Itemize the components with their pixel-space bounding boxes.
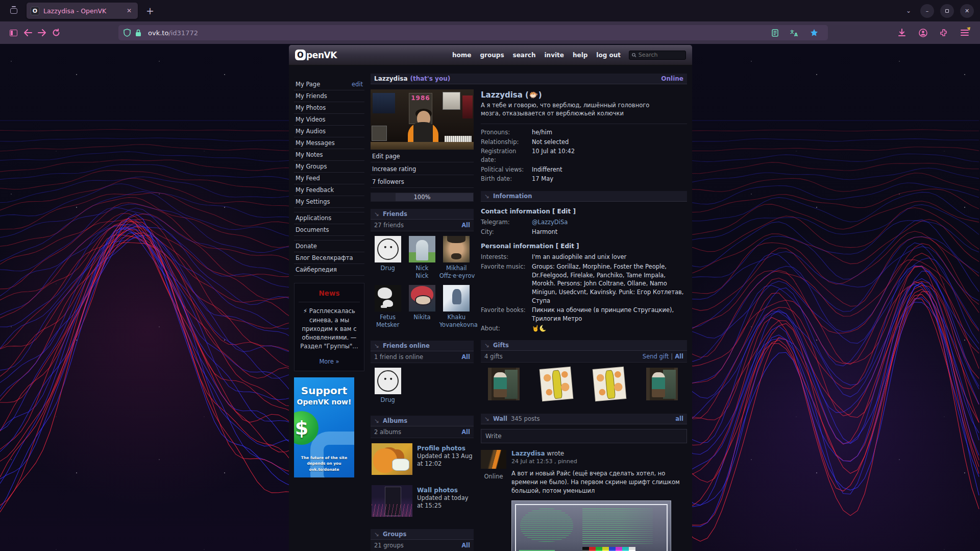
friend-avatar[interactable]	[375, 368, 401, 394]
friend-avatar[interactable]	[375, 285, 401, 312]
menu-icon[interactable]	[958, 26, 972, 40]
sidebar-item[interactable]: My Photos	[294, 102, 364, 114]
collapse-arrow-icon[interactable]: ↘	[484, 193, 489, 200]
news-more-link[interactable]: More »	[299, 357, 360, 366]
nav-groups[interactable]: groups	[480, 52, 504, 59]
collapse-arrow-icon[interactable]: ↘	[484, 415, 489, 422]
collapse-arrow-icon[interactable]: ↘	[374, 342, 379, 349]
albums-all-link[interactable]: All	[461, 428, 470, 436]
post-date[interactable]: 24 Jul at 12:53 , pinned	[511, 458, 687, 465]
friend-avatar[interactable]	[409, 236, 435, 262]
gifts-all-link[interactable]: All	[675, 353, 683, 360]
friend-card[interactable]: KhakuYovanekovna	[439, 285, 474, 329]
friend-surname[interactable]: Nick	[405, 272, 439, 280]
reload-icon[interactable]	[49, 26, 63, 40]
sidebar-item[interactable]: My Settings	[294, 196, 364, 208]
contact-edit-link[interactable]: [ Edit ]	[552, 208, 576, 215]
sidebar-item[interactable]: My Friends	[294, 90, 364, 102]
window-minimize-button[interactable]: –	[920, 4, 934, 18]
profile-action-link[interactable]: Edit page	[371, 151, 474, 162]
sidebar-item[interactable]: Documents	[294, 224, 364, 236]
url-bar[interactable]: ovk.to/id31772 文A	[118, 25, 828, 40]
collapse-arrow-icon[interactable]: ↘	[374, 417, 379, 424]
album-thumbnail[interactable]	[372, 485, 412, 517]
tab-list-chevron-icon[interactable]: ⌄	[906, 7, 911, 14]
friend-name[interactable]: Fetus	[371, 314, 405, 321]
friend-name[interactable]: Drug	[371, 396, 405, 404]
search-input[interactable]	[639, 52, 683, 58]
collapse-arrow-icon[interactable]: ↘	[374, 210, 379, 218]
gift-man-image[interactable]	[646, 368, 678, 400]
browser-tab[interactable]: O Lazzydisa - OpenVK ✕	[27, 3, 138, 19]
gift-man-image[interactable]	[488, 368, 520, 400]
openvk-logo[interactable]: O penVK	[295, 50, 337, 60]
friend-name[interactable]: Mikhail	[439, 265, 474, 272]
friend-card[interactable]: NickNick	[405, 236, 439, 280]
tab-close-icon[interactable]: ✕	[125, 6, 134, 15]
sidebar-item[interactable]: Applications	[294, 212, 364, 224]
post-author-link[interactable]: Lazzydisa	[511, 450, 545, 457]
forward-icon[interactable]	[35, 26, 49, 40]
new-tab-button[interactable]: +	[143, 5, 157, 16]
friend-name[interactable]: Nick	[405, 265, 439, 272]
friend-card[interactable]: Nikita	[405, 285, 439, 329]
donate-banner[interactable]: Support OpenVK now! $ The future of the …	[294, 377, 354, 477]
gift-box-image[interactable]	[593, 367, 626, 401]
wall-write-input[interactable]: Write	[481, 429, 687, 443]
friend-avatar[interactable]	[375, 236, 401, 262]
album-thumbnail[interactable]	[372, 443, 412, 475]
sidebar-item[interactable]: My Notes	[294, 149, 364, 161]
back-icon[interactable]	[20, 26, 35, 40]
post-author-avatar[interactable]	[481, 450, 506, 469]
friend-avatar[interactable]	[409, 285, 435, 312]
wall-all-link[interactable]: all	[675, 415, 683, 422]
nav-help[interactable]: help	[573, 52, 587, 59]
profile-action-link[interactable]: Increase rating	[371, 163, 474, 175]
sidebar-toggle-icon[interactable]	[6, 26, 20, 40]
album-row[interactable]: Profile photosUpdated at 13 Aug at 12:02	[371, 438, 474, 480]
nav-invite[interactable]: invite	[544, 52, 564, 59]
friends-online-all-link[interactable]: All	[461, 353, 470, 361]
nav-search[interactable]: search	[513, 52, 536, 59]
profile-action-link[interactable]: 7 followers	[371, 176, 474, 188]
friend-card[interactable]: MikhailOffz·e·eyrov	[439, 236, 474, 280]
collapse-arrow-icon[interactable]: ↘	[374, 531, 379, 538]
friend-surname[interactable]: Offz·e·eyrov	[439, 272, 474, 280]
profile-photo[interactable]: 1986	[371, 89, 474, 150]
friend-avatar[interactable]	[443, 285, 470, 312]
album-name[interactable]: Wall photos	[417, 486, 473, 494]
gift-box-image[interactable]	[540, 367, 573, 401]
friends-all-link[interactable]: All	[461, 222, 470, 229]
sidebar-item[interactable]: My Feedback	[294, 184, 364, 196]
friend-card[interactable]: Drug	[371, 236, 405, 280]
friend-name[interactable]: Khaku	[439, 314, 474, 321]
nav-home[interactable]: home	[452, 52, 471, 59]
sidebar-edit-link[interactable]: edit	[352, 81, 363, 88]
sidebar-item[interactable]: Блог Веселкрафта	[294, 252, 364, 264]
lock-icon[interactable]	[135, 29, 141, 37]
account-icon[interactable]	[916, 26, 930, 40]
friend-card[interactable]: FetusMetsker	[371, 285, 405, 329]
translate-icon[interactable]: 文A	[790, 29, 798, 37]
nav-log-out[interactable]: log out	[596, 52, 621, 59]
extensions-icon[interactable]	[937, 26, 951, 40]
friend-surname[interactable]: Yovanekovna	[439, 321, 474, 329]
album-name[interactable]: Profile photos	[417, 444, 473, 452]
album-row[interactable]: Wall photosUpdated at today at 15:25	[371, 480, 474, 522]
friend-avatar[interactable]	[443, 236, 470, 262]
personal-edit-link[interactable]: [ Edit ]	[556, 243, 579, 250]
sidebar-item[interactable]: My Audios	[294, 126, 364, 137]
search-box[interactable]	[629, 51, 686, 60]
sidebar-item[interactable]: Сайберпедия	[294, 264, 364, 276]
downloads-icon[interactable]	[895, 26, 909, 40]
sidebar-item[interactable]: My Pageedit	[294, 79, 364, 90]
sidebar-item[interactable]: Donate	[294, 240, 364, 252]
profile-status[interactable]: А я тебе и говорю, что верблюд, лишённый…	[481, 102, 671, 117]
sidebar-item[interactable]: My Videos	[294, 114, 364, 126]
sidebar-item[interactable]: My Feed	[294, 173, 364, 184]
collapse-arrow-icon[interactable]: ↘	[484, 342, 489, 349]
friend-name[interactable]: Drug	[371, 265, 405, 272]
bookmark-star-icon[interactable]	[810, 29, 818, 37]
post-attachment-screenshot[interactable]	[511, 500, 671, 551]
window-maximize-button[interactable]	[940, 4, 954, 18]
